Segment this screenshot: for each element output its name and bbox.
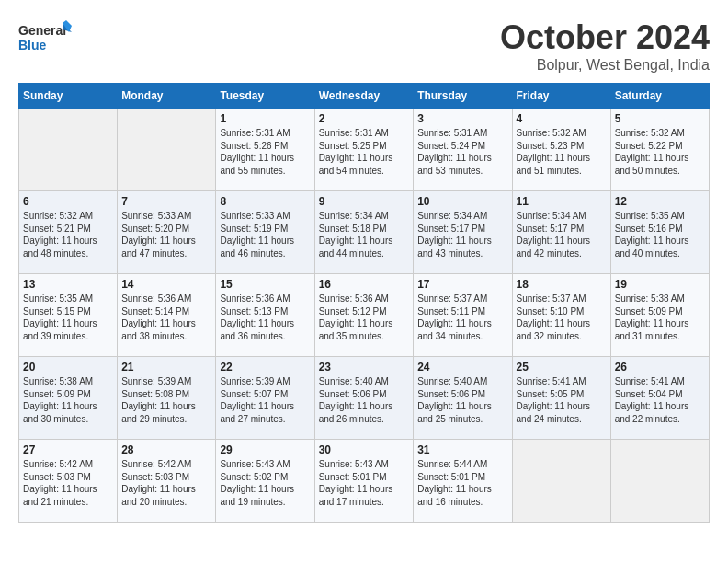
day-number: 14 [121, 278, 211, 291]
calendar-cell: 2Sunrise: 5:31 AMSunset: 5:25 PMDaylight… [314, 109, 414, 191]
weekday-header-saturday: Saturday [610, 84, 709, 109]
calendar-cell: 31Sunrise: 5:44 AMSunset: 5:01 PMDayligh… [414, 440, 512, 523]
month-title: October 2024 [500, 18, 710, 57]
day-info: Sunrise: 5:41 AMSunset: 5:04 PMDaylight:… [615, 375, 705, 425]
day-number: 24 [417, 361, 507, 373]
calendar-cell: 23Sunrise: 5:40 AMSunset: 5:06 PMDayligh… [314, 357, 414, 440]
day-info: Sunrise: 5:41 AMSunset: 5:05 PMDaylight:… [517, 375, 607, 425]
logo: General Blue [18, 18, 74, 63]
calendar-cell [19, 109, 118, 191]
calendar-cell: 30Sunrise: 5:43 AMSunset: 5:01 PMDayligh… [314, 440, 414, 523]
day-number: 4 [517, 112, 607, 125]
calendar-cell: 6Sunrise: 5:32 AMSunset: 5:21 PMDaylight… [19, 191, 118, 274]
day-info: Sunrise: 5:31 AMSunset: 5:25 PMDaylight:… [319, 127, 410, 177]
day-info: Sunrise: 5:34 AMSunset: 5:18 PMDaylight:… [319, 210, 410, 259]
day-number: 23 [319, 361, 410, 373]
day-number: 17 [417, 278, 507, 291]
day-number: 9 [319, 195, 410, 208]
day-info: Sunrise: 5:42 AMSunset: 5:03 PMDaylight:… [121, 458, 211, 508]
weekday-header-monday: Monday [118, 84, 216, 109]
svg-text:Blue: Blue [18, 38, 47, 52]
day-info: Sunrise: 5:42 AMSunset: 5:03 PMDaylight:… [23, 458, 113, 508]
day-number: 15 [220, 278, 310, 291]
page-header: General Blue October 2024 Bolpur, West B… [18, 18, 710, 74]
day-info: Sunrise: 5:39 AMSunset: 5:08 PMDaylight:… [121, 375, 211, 425]
calendar-cell: 19Sunrise: 5:38 AMSunset: 5:09 PMDayligh… [610, 274, 709, 357]
day-number: 2 [319, 112, 410, 125]
calendar-cell: 24Sunrise: 5:40 AMSunset: 5:06 PMDayligh… [414, 357, 512, 440]
day-info: Sunrise: 5:37 AMSunset: 5:10 PMDaylight:… [517, 293, 607, 342]
day-number: 19 [615, 278, 705, 291]
calendar-cell: 20Sunrise: 5:38 AMSunset: 5:09 PMDayligh… [19, 357, 118, 440]
day-number: 22 [220, 361, 310, 373]
title-section: October 2024 Bolpur, West Bengal, India [500, 18, 710, 74]
day-info: Sunrise: 5:38 AMSunset: 5:09 PMDaylight:… [23, 375, 113, 425]
calendar-cell: 13Sunrise: 5:35 AMSunset: 5:15 PMDayligh… [19, 274, 118, 357]
day-number: 13 [23, 278, 113, 291]
calendar-cell: 29Sunrise: 5:43 AMSunset: 5:02 PMDayligh… [216, 440, 314, 523]
day-info: Sunrise: 5:32 AMSunset: 5:22 PMDaylight:… [615, 127, 705, 177]
day-number: 11 [517, 195, 607, 208]
calendar-cell: 8Sunrise: 5:33 AMSunset: 5:19 PMDaylight… [216, 191, 314, 274]
calendar-cell: 7Sunrise: 5:33 AMSunset: 5:20 PMDaylight… [118, 191, 216, 274]
day-info: Sunrise: 5:32 AMSunset: 5:23 PMDaylight:… [517, 127, 607, 177]
calendar-cell: 17Sunrise: 5:37 AMSunset: 5:11 PMDayligh… [414, 274, 512, 357]
calendar-cell: 4Sunrise: 5:32 AMSunset: 5:23 PMDaylight… [512, 109, 610, 191]
day-number: 8 [220, 195, 310, 208]
day-number: 10 [417, 195, 507, 208]
calendar-cell: 21Sunrise: 5:39 AMSunset: 5:08 PMDayligh… [118, 357, 216, 440]
day-number: 3 [417, 112, 507, 125]
calendar-cell: 26Sunrise: 5:41 AMSunset: 5:04 PMDayligh… [610, 357, 709, 440]
calendar-cell: 3Sunrise: 5:31 AMSunset: 5:24 PMDaylight… [414, 109, 512, 191]
day-info: Sunrise: 5:37 AMSunset: 5:11 PMDaylight:… [417, 293, 507, 342]
day-info: Sunrise: 5:38 AMSunset: 5:09 PMDaylight:… [615, 293, 705, 342]
weekday-header-friday: Friday [512, 84, 610, 109]
day-number: 1 [220, 112, 310, 125]
calendar-week-row: 1Sunrise: 5:31 AMSunset: 5:26 PMDaylight… [19, 109, 710, 191]
calendar-week-row: 27Sunrise: 5:42 AMSunset: 5:03 PMDayligh… [19, 440, 710, 523]
day-info: Sunrise: 5:34 AMSunset: 5:17 PMDaylight:… [517, 210, 607, 259]
day-info: Sunrise: 5:44 AMSunset: 5:01 PMDaylight:… [417, 458, 507, 508]
calendar-week-row: 20Sunrise: 5:38 AMSunset: 5:09 PMDayligh… [19, 357, 710, 440]
calendar-cell [118, 109, 216, 191]
calendar-cell: 9Sunrise: 5:34 AMSunset: 5:18 PMDaylight… [314, 191, 414, 274]
day-info: Sunrise: 5:43 AMSunset: 5:02 PMDaylight:… [220, 458, 310, 508]
day-number: 31 [417, 443, 507, 456]
day-number: 26 [615, 361, 705, 373]
weekday-header-wednesday: Wednesday [314, 84, 414, 109]
weekday-header-sunday: Sunday [19, 84, 118, 109]
day-info: Sunrise: 5:35 AMSunset: 5:15 PMDaylight:… [23, 293, 113, 342]
calendar-cell: 25Sunrise: 5:41 AMSunset: 5:05 PMDayligh… [512, 357, 610, 440]
day-number: 28 [121, 443, 211, 456]
logo-mark: General Blue [18, 18, 74, 63]
calendar-cell: 18Sunrise: 5:37 AMSunset: 5:10 PMDayligh… [512, 274, 610, 357]
calendar-cell: 27Sunrise: 5:42 AMSunset: 5:03 PMDayligh… [19, 440, 118, 523]
calendar-cell [610, 440, 709, 523]
day-info: Sunrise: 5:34 AMSunset: 5:17 PMDaylight:… [417, 210, 507, 259]
day-info: Sunrise: 5:33 AMSunset: 5:20 PMDaylight:… [121, 210, 211, 259]
day-info: Sunrise: 5:36 AMSunset: 5:13 PMDaylight:… [220, 293, 310, 342]
day-info: Sunrise: 5:39 AMSunset: 5:07 PMDaylight:… [220, 375, 310, 425]
calendar-week-row: 6Sunrise: 5:32 AMSunset: 5:21 PMDaylight… [19, 191, 710, 274]
day-number: 6 [23, 195, 113, 208]
calendar-cell: 14Sunrise: 5:36 AMSunset: 5:14 PMDayligh… [118, 274, 216, 357]
weekday-header-thursday: Thursday [414, 84, 512, 109]
day-number: 12 [615, 195, 705, 208]
calendar-cell: 16Sunrise: 5:36 AMSunset: 5:12 PMDayligh… [314, 274, 414, 357]
calendar-week-row: 13Sunrise: 5:35 AMSunset: 5:15 PMDayligh… [19, 274, 710, 357]
day-info: Sunrise: 5:40 AMSunset: 5:06 PMDaylight:… [417, 375, 507, 425]
day-number: 21 [121, 361, 211, 373]
day-number: 27 [23, 443, 113, 456]
day-number: 7 [121, 195, 211, 208]
day-number: 18 [517, 278, 607, 291]
day-info: Sunrise: 5:32 AMSunset: 5:21 PMDaylight:… [23, 210, 113, 259]
day-info: Sunrise: 5:36 AMSunset: 5:12 PMDaylight:… [319, 293, 410, 342]
day-info: Sunrise: 5:31 AMSunset: 5:24 PMDaylight:… [417, 127, 507, 177]
weekday-header-row: SundayMondayTuesdayWednesdayThursdayFrid… [19, 84, 710, 109]
day-info: Sunrise: 5:40 AMSunset: 5:06 PMDaylight:… [319, 375, 410, 425]
svg-text:General: General [18, 23, 66, 38]
calendar-cell: 12Sunrise: 5:35 AMSunset: 5:16 PMDayligh… [610, 191, 709, 274]
weekday-header-tuesday: Tuesday [216, 84, 314, 109]
calendar-cell: 15Sunrise: 5:36 AMSunset: 5:13 PMDayligh… [216, 274, 314, 357]
calendar-cell: 22Sunrise: 5:39 AMSunset: 5:07 PMDayligh… [216, 357, 314, 440]
